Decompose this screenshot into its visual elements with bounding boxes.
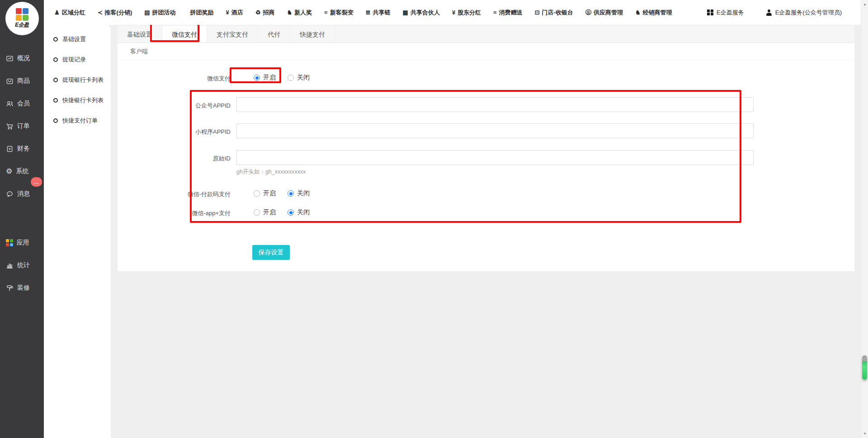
svg-text:¥: ¥ — [8, 147, 11, 151]
app-logo: E企盈 — [5, 2, 39, 35]
sidebar-item-stats[interactable]: 统计 — [0, 254, 44, 277]
mp-appid-input[interactable] — [236, 97, 754, 112]
topnav-item-group-reward[interactable]: 拼团奖励 — [188, 9, 214, 17]
sidebar-item-label: 统计 — [17, 261, 30, 269]
tab-wechat-pay[interactable]: 微信支付 — [162, 26, 207, 42]
radio-off-icon[interactable] — [288, 190, 294, 197]
radio-off-icon[interactable] — [288, 209, 294, 216]
topnav-item-dealer-management[interactable]: ♞经销商管理 — [635, 9, 672, 17]
circle-bullet-icon — [53, 118, 58, 123]
wechat-pay-off-option[interactable]: 关闭 — [288, 74, 310, 82]
sidebar-item-members[interactable]: 会员 — [0, 92, 44, 115]
messages-badge: ... — [31, 177, 42, 187]
subsidebar-item-quick-pay-orders[interactable]: 快捷支付订单 — [44, 110, 111, 131]
topnav-item-new-customer-fission[interactable]: ≡新客裂变 — [324, 9, 354, 17]
app-pay-on-option[interactable]: 开启 — [254, 208, 276, 217]
mp-appid-label: 公众号APPID — [118, 102, 231, 110]
original-id-hint: gh开头如：gh_xxxxxxxxxxx — [236, 168, 306, 176]
topnav-label: 拼团活动 — [152, 9, 176, 17]
scroll-up-icon[interactable]: ▲ — [861, 2, 868, 6]
original-id-input[interactable] — [236, 150, 754, 165]
scan-code-pay-label: 微信-付款码支付 — [118, 190, 231, 198]
cart-icon — [6, 122, 14, 130]
award-icon: ♞ — [287, 9, 292, 16]
subsidebar-item-basic-settings[interactable]: 基础设置 — [44, 29, 111, 49]
sidebar-item-overview[interactable]: 概况 — [0, 47, 44, 70]
lines-icon: ≡ — [324, 9, 328, 16]
subsidebar-item-withdrawal-records[interactable]: 提现记录 — [44, 49, 111, 70]
app-pay-off-option[interactable]: 关闭 — [288, 208, 310, 217]
person-icon: ♟ — [54, 9, 60, 16]
original-id-label: 原始ID — [118, 155, 231, 163]
wechat-pay-radio-group: 开启 关闭 — [254, 74, 310, 82]
scrollbar-thumb[interactable] — [862, 355, 867, 380]
tab-basic-settings[interactable]: 基础设置 — [118, 26, 162, 42]
goods-box-icon — [6, 77, 14, 85]
logo-mark-icon — [16, 8, 28, 21]
sidebar-item-label: 概况 — [17, 54, 30, 62]
sidebar-item-finance[interactable]: ¥ 财务 — [0, 137, 44, 160]
share-icon: ≺ — [98, 9, 103, 16]
topnav-item-region-dividend[interactable]: ♟区域分红 — [54, 9, 85, 17]
scan-code-pay-radio-group: 开启 关闭 — [254, 189, 310, 198]
services-grid-icon — [707, 9, 713, 16]
topnav-item-promoter-distribution[interactable]: ≺推客(分销) — [98, 9, 132, 17]
topnav-service-entry[interactable]: E企盈服务 — [707, 9, 744, 17]
sidebar-item-decorate[interactable]: 装修 — [0, 277, 44, 299]
topnav-item-consumption-gift[interactable]: ≡消费赠送 — [493, 9, 523, 17]
scan-code-pay-on-option[interactable]: 开启 — [254, 189, 276, 198]
app-pay-radio-group: 开启 关闭 — [254, 208, 310, 217]
payment-tabs: 基础设置 微信支付 支付宝支付 代付 快捷支付 — [118, 26, 854, 43]
topnav-item-store-cashier[interactable]: ⊡门店-收银台 — [535, 9, 573, 17]
subsidebar-label: 快捷银行卡列表 — [62, 96, 104, 104]
radio-off-icon[interactable] — [288, 75, 294, 81]
topnav-label: 共享链 — [373, 9, 391, 17]
radio-on-icon[interactable] — [254, 75, 260, 81]
topnav-label: 推客(分销) — [105, 9, 132, 17]
topnav-item-supplier-management[interactable]: Ⓢ供应商管理 — [585, 9, 623, 17]
topnav-item-share-partner[interactable]: ▦共享合伙人 — [403, 9, 440, 17]
topnav-item-newcomer-award[interactable]: ♞新人奖 — [287, 9, 312, 17]
service-label: E企盈服务 — [717, 9, 744, 17]
topnav-item-investment[interactable]: ♻招商 — [255, 9, 275, 17]
topnav-item-shareholder-dividend[interactable]: ¥股东分红 — [452, 9, 481, 17]
circle-bullet-icon — [53, 78, 58, 82]
topnav-account-entry[interactable]: E企盈服务(公众号管理员) — [766, 9, 842, 17]
radio-on-icon[interactable] — [254, 190, 260, 197]
scroll-down-icon[interactable]: ▼ — [861, 432, 868, 436]
sidebar-item-goods[interactable]: 商品 — [0, 70, 44, 92]
sidebar-item-label: 商品 — [17, 77, 30, 85]
finance-yen-icon: ¥ — [6, 145, 14, 153]
sidebar-item-messages[interactable]: 消息 ... — [0, 183, 44, 205]
miniprogram-appid-input[interactable] — [236, 123, 754, 138]
topnav-label: 消费赠送 — [499, 9, 523, 17]
topnav-item-hotel[interactable]: ¥酒店 — [226, 9, 243, 17]
topnav-label: 供应商管理 — [594, 9, 623, 17]
miniprogram-appid-label: 小程序APPID — [118, 128, 231, 136]
sidebar-item-label: 订单 — [17, 122, 30, 130]
sidebar-item-orders[interactable]: 订单 — [0, 115, 44, 137]
sidebar-item-label: 应用 — [17, 239, 29, 247]
scan-code-pay-off-option[interactable]: 关闭 — [288, 189, 310, 198]
topnav-item-share-chain[interactable]: ≣共享链 — [366, 9, 391, 17]
subsidebar-item-quick-bank-cards[interactable]: 快捷银行卡列表 — [44, 90, 111, 110]
subsidebar-item-withdrawal-bank-cards[interactable]: 提现银行卡列表 — [44, 70, 111, 90]
yen-icon: ¥ — [452, 9, 455, 16]
tab-quick-pay[interactable]: 快捷支付 — [290, 26, 335, 42]
radio-off-label: 关闭 — [297, 189, 310, 198]
topnav-item-group-activity[interactable]: ▤拼团活动 — [144, 9, 175, 17]
topnav-label: 共享合伙人 — [410, 9, 440, 17]
apps-grid-icon — [6, 239, 13, 246]
save-settings-button[interactable]: 保存设置 — [252, 245, 290, 260]
page-scrollbar[interactable]: ▲ ▼ — [861, 0, 868, 438]
sidebar-item-apps[interactable]: 应用 — [0, 231, 44, 254]
tab-behalf-pay[interactable]: 代付 — [258, 26, 290, 42]
tab-alipay[interactable]: 支付宝支付 — [207, 26, 258, 42]
paint-roller-icon — [6, 284, 14, 292]
settings-sidebar: 基础设置 提现记录 提现银行卡列表 快捷银行卡列表 快捷支付订单 — [44, 25, 111, 438]
wechat-pay-on-option[interactable]: 开启 — [254, 74, 276, 82]
circle-bullet-icon — [53, 37, 58, 42]
radio-on-icon[interactable] — [254, 209, 260, 216]
topnav-label: 招商 — [263, 9, 274, 17]
radio-on-label: 开启 — [263, 74, 276, 82]
